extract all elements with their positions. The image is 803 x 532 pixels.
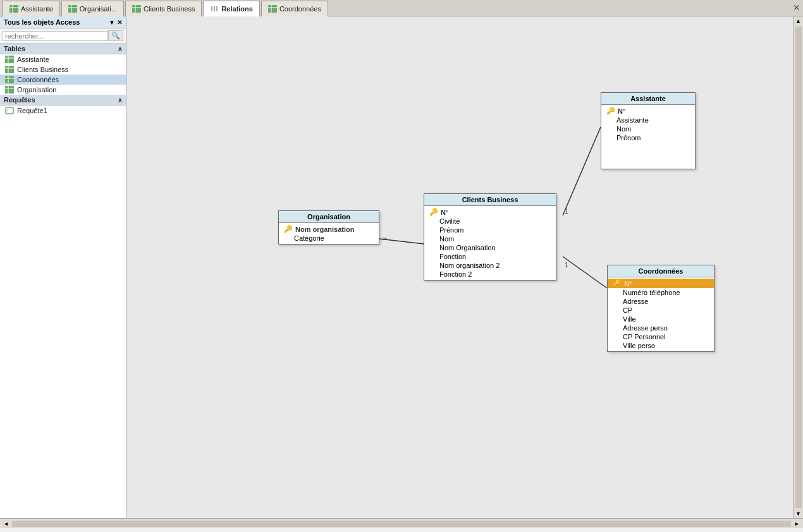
relation-field-nom[interactable]: Nom — [424, 234, 556, 243]
close-button[interactable]: ✕ — [793, 3, 800, 13]
svg-line-31 — [563, 127, 601, 215]
relation-table-coordonnees[interactable]: Coordonnées 🔑 N° Numéro téléphone Adress… — [607, 265, 714, 352]
svg-rect-3 — [68, 5, 77, 13]
requetes-chevron[interactable]: ∧ — [118, 97, 122, 104]
relation-field-cb-id[interactable]: 🔑 N° — [424, 207, 556, 217]
svg-text:!: ! — [7, 109, 8, 113]
table-icon-clients-business — [5, 66, 14, 73]
relation-field-nom-organisation[interactable]: Nom Organisation — [424, 243, 556, 252]
scroll-track-horizontal — [12, 521, 791, 527]
main-layout: Tous les objets Access ▼ ✕ 🔍 Tables ∧ As… — [0, 16, 803, 518]
svg-text:1: 1 — [565, 208, 568, 215]
key-icon-nom-organisation: 🔑 — [284, 225, 293, 233]
key-icon-coordonnees-id: 🔑 — [613, 279, 622, 287]
relations-canvas: ∞ 1 1 Organisation 🔑 Nom organisation Ca… — [126, 16, 803, 518]
svg-rect-18 — [5, 66, 14, 73]
sidebar-item-requete1[interactable]: ! Requête1 — [0, 106, 126, 116]
relation-field-adresse-perso[interactable]: Adresse perso — [608, 323, 714, 332]
tab-bar: Assistante Organisati... Clients Busines… — [0, 0, 803, 16]
relation-field-ville-perso[interactable]: Ville perso — [608, 341, 714, 350]
relation-field-civilite[interactable]: Civilité — [424, 217, 556, 226]
relation-field-adresse[interactable]: Adresse — [608, 297, 714, 306]
relation-field-nom-organisation2[interactable]: Nom organisation 2 — [424, 261, 556, 270]
scroll-right-button[interactable]: ► — [792, 521, 802, 527]
horizontal-scrollbar: ◄ ► — [0, 518, 803, 528]
requetes-section-header: Requêtes ∧ — [0, 95, 126, 106]
relation-field-assistante-id[interactable]: 🔑 N° — [601, 106, 695, 116]
relation-table-organisation-body: 🔑 Nom organisation Catégorie — [279, 223, 379, 244]
svg-rect-24 — [5, 86, 14, 94]
sidebar-item-organisation[interactable]: Organisation — [0, 85, 126, 95]
relation-field-numero-telephone[interactable]: Numéro téléphone — [608, 288, 714, 297]
relation-table-organisation-header: Organisation — [279, 211, 379, 223]
tab-assistante[interactable]: Assistante — [3, 1, 60, 16]
scroll-up-button[interactable]: ▲ — [794, 16, 802, 25]
scroll-track-vertical — [795, 27, 802, 508]
vertical-scrollbar[interactable]: ▲ ▼ — [793, 16, 803, 518]
relation-field-prenom[interactable]: Prénom — [424, 226, 556, 234]
sidebar: Tous les objets Access ▼ ✕ 🔍 Tables ∧ As… — [0, 16, 126, 518]
relation-table-clients-business-body: 🔑 N° Civilité Prénom Nom Nom Organisatio… — [424, 206, 556, 280]
relation-field-cp-personnel[interactable]: CP Personnel — [608, 332, 714, 341]
relation-field-assistante-nom[interactable]: Nom — [601, 124, 695, 133]
scroll-down-button[interactable]: ▼ — [794, 509, 802, 518]
search-button[interactable]: 🔍 — [108, 30, 123, 41]
svg-rect-12 — [268, 5, 277, 13]
relation-table-clients-business-header: Clients Business — [424, 194, 556, 206]
svg-rect-0 — [9, 5, 18, 13]
sidebar-close-icon[interactable]: ✕ — [117, 19, 122, 26]
relation-table-coordonnees-body: 🔑 N° Numéro téléphone Adresse CP Ville A… — [608, 277, 714, 351]
table-icon-organisation — [5, 86, 14, 94]
tab-organisation[interactable]: Organisati... — [61, 1, 124, 16]
search-bar: 🔍 — [0, 28, 126, 44]
key-icon-cb-id: 🔑 — [429, 208, 438, 216]
sidebar-item-clients-business[interactable]: Clients Business — [0, 64, 126, 75]
relation-field-cp[interactable]: CP — [608, 306, 714, 315]
svg-line-33 — [563, 257, 607, 288]
sidebar-title: Tous les objets Access — [4, 18, 80, 26]
sidebar-item-coordonnees[interactable]: Coordonnées — [0, 75, 126, 85]
svg-text:1: 1 — [565, 262, 568, 269]
table-icon-coordonnees — [5, 76, 14, 83]
tab-coordonnees[interactable]: Coordonnées — [261, 1, 328, 16]
relation-field-fonction[interactable]: Fonction — [424, 252, 556, 261]
tab-relations[interactable]: Relations — [203, 1, 260, 16]
relation-table-clients-business[interactable]: Clients Business 🔑 N° Civilité Prénom No… — [424, 193, 556, 281]
tables-chevron[interactable]: ∧ — [118, 45, 122, 52]
relation-field-assistante-name[interactable]: Assistante — [601, 116, 695, 124]
sidebar-item-assistante[interactable]: Assistante — [0, 54, 126, 64]
relation-field-fonction2[interactable]: Fonction 2 — [424, 270, 556, 279]
svg-rect-6 — [132, 5, 141, 13]
key-icon-assistante-id: 🔑 — [606, 107, 615, 115]
sidebar-header: Tous les objets Access ▼ ✕ — [0, 16, 126, 28]
relation-table-assistante-body: 🔑 N° Assistante Nom Prénom — [601, 105, 695, 143]
table-icon-assistante — [5, 56, 14, 63]
relation-table-coordonnees-header: Coordonnées — [608, 265, 714, 277]
relation-field-coordonnees-id[interactable]: 🔑 N° — [608, 279, 714, 288]
relation-field-ville[interactable]: Ville — [608, 315, 714, 323]
svg-text:∞: ∞ — [383, 235, 387, 242]
relation-field-nom-organisation[interactable]: 🔑 Nom organisation — [279, 224, 379, 234]
relation-field-categorie[interactable]: Catégorie — [279, 234, 379, 243]
svg-rect-21 — [5, 76, 14, 83]
relation-table-organisation[interactable]: Organisation 🔑 Nom organisation Catégori… — [278, 210, 379, 245]
relation-field-assistante-prenom[interactable]: Prénom — [601, 133, 695, 142]
query-icon-requete1: ! — [5, 107, 14, 114]
tab-clients-business[interactable]: Clients Business — [125, 1, 202, 16]
tables-section-header: Tables ∧ — [0, 44, 126, 54]
relation-table-assistante[interactable]: Assistante 🔑 N° Assistante Nom Prénom — [601, 92, 696, 169]
relation-table-assistante-header: Assistante — [601, 93, 695, 105]
svg-line-29 — [379, 239, 424, 244]
search-input[interactable] — [3, 31, 108, 41]
sidebar-down-icon[interactable]: ▼ — [109, 19, 115, 26]
svg-rect-15 — [5, 56, 14, 63]
scroll-left-button[interactable]: ◄ — [1, 521, 11, 527]
